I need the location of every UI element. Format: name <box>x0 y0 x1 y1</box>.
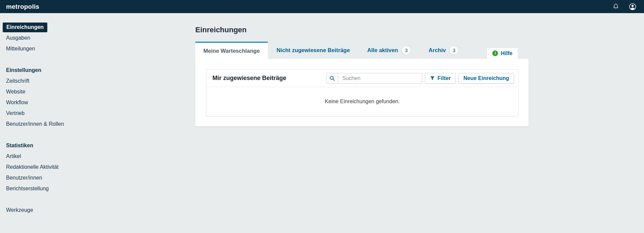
page-title: Einreichungen <box>195 25 529 35</box>
tab-label: Alle aktiven <box>367 47 398 53</box>
search-icon[interactable] <box>327 73 338 83</box>
sidebar-item-redaktionelle-aktivitaet[interactable]: Redaktionelle Aktivität <box>0 162 195 172</box>
search-box <box>327 73 422 84</box>
filter-funnel-icon <box>430 76 435 81</box>
count-badge: 3 <box>401 45 411 55</box>
new-submission-button[interactable]: Neue Einreichung <box>458 73 514 84</box>
sidebar-item-werkzeuge[interactable]: Werkzeuge <box>0 205 195 216</box>
sidebar-item-mitteilungen[interactable]: Mitteilungen <box>0 43 195 54</box>
tab-label: Nicht zugewiesene Beiträge <box>277 47 350 53</box>
submissions-card: Mir zugewiesene Beiträge Filter <box>206 69 518 116</box>
user-account-icon[interactable] <box>629 3 637 11</box>
app-bar-actions <box>612 3 637 11</box>
sidebar-item-benutzer-rollen[interactable]: Benutzer/innen & Rollen <box>0 119 195 129</box>
help-label: Hilfe <box>501 50 512 56</box>
tab-nicht-zugewiesene-beitraege[interactable]: Nicht zugewiesene Beiträge <box>268 42 358 59</box>
tab-alle-aktiven[interactable]: Alle aktiven 3 <box>358 42 420 59</box>
sidebar-item-label: Einreichungen <box>3 23 47 32</box>
count-badge: 3 <box>449 45 459 55</box>
card-header: Mir zugewiesene Beiträge Filter <box>206 70 518 87</box>
app-logo: metropolis <box>6 3 39 10</box>
tab-meine-warteschlange[interactable]: Meine Warteschlange <box>195 42 268 59</box>
notifications-bell-icon[interactable] <box>612 3 620 10</box>
tab-label: Meine Warteschlange <box>203 48 260 54</box>
sidebar-section-statistiken: Statistiken <box>0 140 195 151</box>
search-input[interactable] <box>338 73 422 83</box>
sidebar-item-zeitschrift[interactable]: Zeitschrift <box>0 76 195 86</box>
main-content: Einreichungen Meine Warteschlange Nicht … <box>195 13 529 126</box>
sidebar-item-einreichungen[interactable]: Einreichungen <box>0 22 195 33</box>
empty-state: Keine Einreichungen gefunden. <box>206 87 518 116</box>
sidebar-item-berichtserstellung[interactable]: Berichtserstellung <box>0 183 195 194</box>
tab-archiv[interactable]: Archiv 3 <box>420 42 467 59</box>
help-button[interactable]: i Hilfe <box>487 48 518 59</box>
filter-button[interactable]: Filter <box>425 73 456 84</box>
empty-message: Keine Einreichungen gefunden. <box>325 99 400 105</box>
card-title: Mir zugewiesene Beiträge <box>212 75 327 82</box>
sidebar-item-artikel[interactable]: Artikel <box>0 151 195 162</box>
sidebar-nav: Einreichungen Ausgaben Mitteilungen Eins… <box>0 13 195 226</box>
app-bar: metropolis <box>0 0 644 13</box>
new-submission-label: Neue Einreichung <box>463 75 509 81</box>
sidebar-item-benutzer[interactable]: Benutzer/innen <box>0 172 195 183</box>
submissions-tabbar: Meine Warteschlange Nicht zugewiesene Be… <box>195 42 529 59</box>
sidebar-item-website[interactable]: Website <box>0 86 195 97</box>
filter-label: Filter <box>438 75 451 81</box>
submissions-panel: Mir zugewiesene Beiträge Filter <box>195 59 529 126</box>
info-icon: i <box>492 50 498 56</box>
sidebar-item-vertrieb[interactable]: Vertrieb <box>0 108 195 119</box>
tab-label: Archiv <box>429 47 446 53</box>
sidebar-section-einstellungen: Einstellungen <box>0 65 195 76</box>
sidebar-item-workflow[interactable]: Workflow <box>0 97 195 108</box>
sidebar-item-ausgaben[interactable]: Ausgaben <box>0 33 195 43</box>
